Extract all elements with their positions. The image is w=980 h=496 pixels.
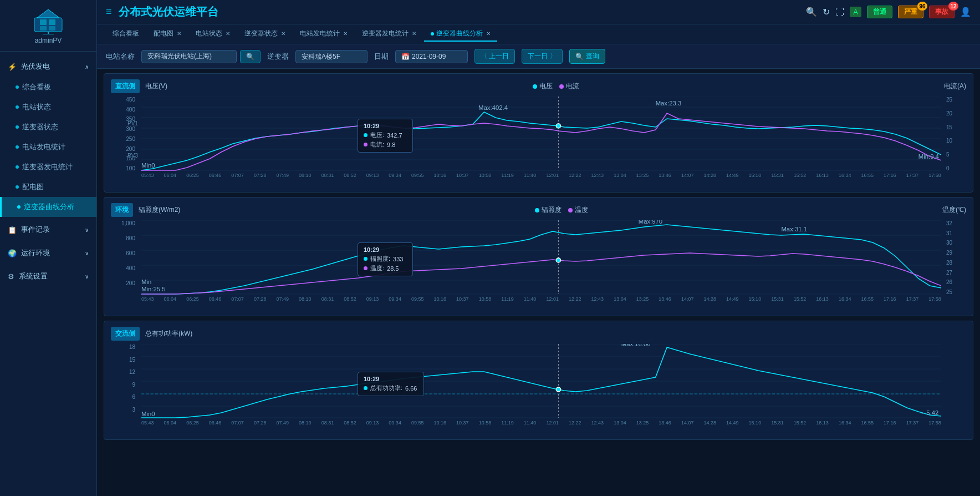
- logo-icon: [32, 7, 65, 34]
- nav-section-title-env[interactable]: 🌍 运行环境 ∨: [0, 242, 96, 264]
- settings-icon: ⚙: [8, 272, 14, 281]
- search-icon[interactable]: 🔍: [806, 7, 817, 17]
- voltage-dot: [533, 84, 537, 89]
- dc-side-label: 直流侧: [111, 79, 140, 93]
- svg-text:Max:23.3: Max:23.3: [656, 100, 682, 107]
- pv-icon: ⚡: [8, 63, 17, 71]
- nav-section-title-settings[interactable]: ⚙ 系统设置 ∨: [0, 266, 96, 287]
- ac-chart-title: 总有功功率(kW): [145, 329, 192, 338]
- status-badge-alarm[interactable]: 事故 12: [929, 6, 955, 18]
- nav-section-title-events[interactable]: 📋 事件记录 ∨: [0, 219, 96, 240]
- sidebar-item-station-gen[interactable]: 电站发电统计: [0, 137, 96, 157]
- ac-chart-svg: Max:16.06 Min0 → 5.42: [141, 344, 941, 419]
- sidebar-logo: adminPV: [0, 0, 96, 52]
- next-day-button[interactable]: 下一日 〉: [522, 49, 562, 64]
- user-icon[interactable]: 👤: [960, 7, 971, 17]
- refresh-icon[interactable]: ↻: [823, 7, 830, 17]
- tab-bar: 综合看板 配电图 ✕ 电站状态 ✕ 逆变器状态 ✕ 电站发电统计 ✕ 逆变器发电…: [97, 24, 980, 44]
- nav-dot: [16, 125, 19, 129]
- date-input[interactable]: [412, 53, 462, 60]
- fullscreen-icon[interactable]: ⛶: [835, 7, 844, 17]
- nav-section-settings: ⚙ 系统设置 ∨: [0, 266, 96, 287]
- svg-marker-1: [37, 9, 59, 18]
- sidebar-nav: ⚡ 光伏发电 ∧ 综合看板 电站状态 逆变器状态: [0, 52, 96, 496]
- sidebar-item-inverter-gen[interactable]: 逆变器发电统计: [0, 157, 96, 177]
- env-x-axis: 05:4306:0406:2506:4607:0707:2807:4908:10…: [141, 296, 941, 302]
- ac-chart-svg-area: Max:16.06 Min0 → 5.42 10:29: [141, 344, 941, 419]
- tab-close-icon3[interactable]: ✕: [281, 31, 285, 37]
- svg-rect-3: [49, 19, 55, 25]
- station-input-group: 🔍: [141, 50, 261, 63]
- dc-side-chart-panel: 直流侧 电压(V) 电压 电流 电流(A): [104, 73, 973, 193]
- tab-inverter-curve[interactable]: 逆变器曲线分析 ✕: [424, 27, 497, 42]
- svg-text:Max:402.4: Max:402.4: [478, 104, 508, 111]
- chevron-right-icon2: ∨: [85, 250, 89, 256]
- nav-section-env: 🌍 运行环境 ∨: [0, 242, 96, 264]
- sidebar-user: adminPV: [35, 37, 62, 44]
- nav-section-title-pv[interactable]: ⚡ 光伏发电 ∧: [0, 56, 96, 77]
- legend-irr: 辐照度: [535, 205, 562, 215]
- nav-dot: [16, 105, 19, 109]
- station-search-button[interactable]: 🔍: [240, 50, 261, 63]
- dc-chart-title: 电压(V): [145, 82, 167, 91]
- nav-section-events: 📋 事件记录 ∨: [0, 219, 96, 240]
- tab-elec-diagram[interactable]: 配电图 ✕: [147, 27, 188, 42]
- dc-x-axis: 05:4306:0406:2506:4607:0707:2807:4908:10…: [141, 173, 941, 178]
- query-button[interactable]: 🔍 查询: [569, 49, 605, 64]
- nav-dot: [16, 185, 19, 189]
- tab-station-gen[interactable]: 电站发电统计 ✕: [293, 27, 354, 42]
- inverter-select[interactable]: 安科瑞A楼5F: [295, 50, 368, 63]
- tab-active-dot: [431, 32, 434, 36]
- station-label: 电站名称: [106, 52, 135, 62]
- ac-y-axis-left: 181512963: [111, 344, 139, 419]
- sidebar-item-inverter-curve[interactable]: 逆变器曲线分析: [0, 197, 96, 217]
- env-chart-title: 辐照度(W/m2): [139, 205, 180, 215]
- current-dot: [559, 84, 564, 89]
- env-right-title: 温度(℃): [942, 205, 966, 215]
- prev-day-button[interactable]: 〈 上一日: [474, 49, 515, 64]
- dc-chart-header: 直流侧 电压(V) 电压 电流 电流(A): [111, 79, 966, 93]
- env-y-axis-left: 1,000800600400200: [111, 220, 139, 295]
- tab-close-icon5[interactable]: ✕: [412, 31, 416, 37]
- main-content: ≡ 分布式光伏运维平台 🔍 ↻ ⛶ A 普通 严重 96 事故 12 👤: [97, 0, 980, 496]
- status-badge-warn[interactable]: 严重 96: [898, 6, 923, 18]
- charts-area: 直流侧 电压(V) 电压 电流 电流(A): [97, 69, 980, 496]
- filter-bar: 电站名称 🔍 逆变器 安科瑞A楼5F 日期 📅 〈 上一日 下一日 〉 🔍 查询: [97, 44, 980, 69]
- tab-station-status[interactable]: 电站状态 ✕: [189, 27, 237, 42]
- env-icon: 🌍: [8, 249, 17, 257]
- sidebar-item-elec-diagram[interactable]: 配电图: [0, 177, 96, 197]
- svg-text:Min:9.4: Min:9.4: [918, 153, 939, 160]
- tab-close-icon4[interactable]: ✕: [343, 31, 348, 37]
- svg-text:Min: Min: [141, 279, 151, 285]
- tab-close-icon[interactable]: ✕: [177, 31, 181, 37]
- sidebar-item-dashboard[interactable]: 综合看板: [0, 77, 96, 97]
- ac-chart-container: 181512963: [111, 344, 966, 436]
- date-input-wrapper: 📅: [395, 50, 468, 63]
- legend-current: 电流: [559, 82, 579, 91]
- sidebar-item-inverter-status[interactable]: 逆变器状态: [0, 117, 96, 137]
- station-input[interactable]: [141, 50, 237, 63]
- tab-inverter-gen[interactable]: 逆变器发电统计 ✕: [355, 27, 423, 42]
- svg-point-33: [556, 258, 560, 262]
- env-chart-panel: 环境 辐照度(W/m2) 辐照度 温度 温度(℃): [104, 197, 973, 316]
- irr-dot: [535, 208, 539, 212]
- dc-chart-legend: 电压 电流: [533, 82, 579, 91]
- dc-chart-svg-area: Max:402.4 Max:23.3 Min0 Min:9.4 10:29: [141, 97, 941, 171]
- svg-text:Min0: Min0: [141, 411, 155, 417]
- tab-close-icon6[interactable]: ✕: [486, 31, 491, 37]
- font-icon[interactable]: A: [850, 7, 861, 17]
- svg-rect-5: [49, 26, 55, 31]
- tab-close-icon2[interactable]: ✕: [226, 31, 230, 37]
- env-chart-container: 1,000800600400200 3231302928272625: [111, 220, 966, 312]
- nav-dot: [16, 145, 19, 149]
- tab-dashboard[interactable]: 综合看板: [106, 27, 146, 42]
- env-y-axis-right: 3231302928272625: [944, 220, 966, 295]
- ac-x-axis: 05:4306:0406:2506:4607:0707:2807:4908:10…: [141, 420, 941, 426]
- tab-inverter-status[interactable]: 逆变器状态 ✕: [238, 27, 292, 42]
- svg-point-21: [556, 124, 560, 128]
- chevron-down-icon: ∧: [85, 64, 89, 70]
- sidebar-item-station-status[interactable]: 电站状态: [0, 97, 96, 117]
- svg-point-46: [556, 387, 560, 392]
- menu-toggle-icon[interactable]: ≡: [106, 6, 112, 18]
- nav-dot: [16, 85, 19, 89]
